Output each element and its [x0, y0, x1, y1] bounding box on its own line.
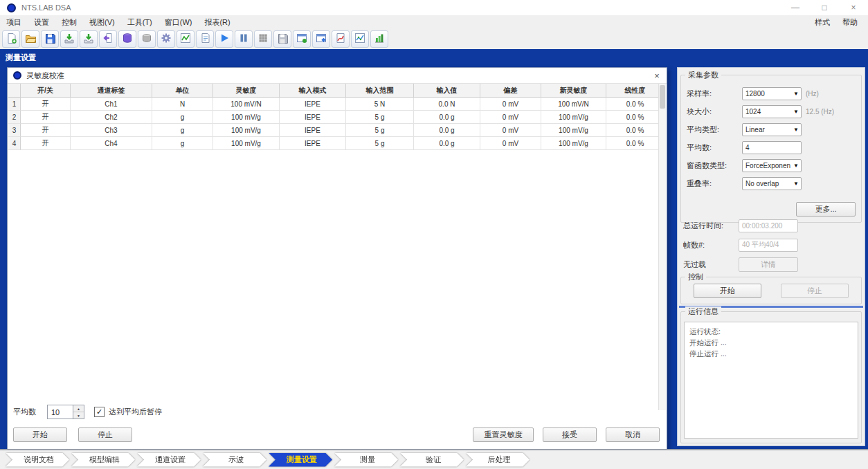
workflow-tab-5[interactable]: 测量: [334, 453, 398, 467]
average-count-stepper[interactable]: 10 ▲ ▼: [47, 405, 84, 419]
column-header[interactable]: 灵敏度: [213, 84, 280, 98]
toolbar-database-gray-button[interactable]: [138, 30, 156, 48]
column-header[interactable]: 通道标签: [71, 84, 152, 98]
table-cell[interactable]: 开: [21, 137, 71, 150]
calibration-stop-button[interactable]: 停止: [78, 427, 132, 442]
workflow-tab-2[interactable]: 通道设置: [137, 453, 201, 467]
table-cell[interactable]: 开: [21, 98, 71, 111]
table-scrollbar-thumb[interactable]: [660, 85, 665, 109]
toolbar-save-gray-button[interactable]: [273, 30, 291, 48]
column-header[interactable]: 输入模式: [280, 84, 346, 98]
menu-item-right-1[interactable]: 帮助: [836, 17, 864, 28]
field-dropdown[interactable]: Linear▼: [742, 123, 802, 136]
table-scrollbar[interactable]: [658, 84, 666, 410]
toolbar-stop-grid-button[interactable]: [254, 30, 272, 48]
table-cell[interactable]: 100 mV/g: [541, 111, 606, 124]
toolbar-pause-button[interactable]: [235, 30, 253, 48]
table-cell[interactable]: Ch1: [71, 98, 152, 111]
dialog-close-icon[interactable]: ×: [647, 71, 667, 81]
column-header[interactable]: 开/关: [21, 84, 71, 98]
table-cell[interactable]: IEPE: [280, 98, 346, 111]
table-cell[interactable]: IEPE: [280, 111, 346, 124]
cancel-button[interactable]: 取消: [606, 427, 660, 442]
toolbar-save-button[interactable]: [41, 30, 59, 48]
toolbar-play-button[interactable]: [215, 30, 233, 48]
table-cell[interactable]: Ch4: [71, 137, 152, 150]
table-cell[interactable]: 0.0 N: [414, 98, 480, 111]
row-number-cell[interactable]: 3: [8, 124, 21, 137]
table-cell[interactable]: 5 g: [346, 111, 414, 124]
table-row[interactable]: 1开Ch1N100 mV/NIEPE5 N0.0 N0 mV100 mV/N0.…: [8, 98, 664, 111]
maximize-button[interactable]: □: [810, 0, 839, 15]
table-cell[interactable]: 0 mV: [480, 98, 541, 111]
workflow-tab-7[interactable]: 后处理: [466, 453, 530, 467]
field-dropdown[interactable]: 1024▼: [742, 105, 802, 118]
table-cell[interactable]: 0.0 g: [414, 124, 480, 137]
minimize-button[interactable]: —: [781, 0, 810, 15]
table-cell[interactable]: 100 mV/g: [213, 124, 280, 137]
overload-details-button[interactable]: 详情: [739, 257, 798, 272]
field-dropdown[interactable]: 12800▼: [742, 87, 802, 100]
stepper-up-icon[interactable]: ▲: [73, 405, 84, 412]
toolbar-report-doc-button[interactable]: [196, 30, 214, 48]
toolbar-database-button[interactable]: [118, 30, 136, 48]
pause-after-average-checkbox[interactable]: ✓: [94, 407, 105, 417]
table-cell[interactable]: 100 mV/g: [541, 137, 606, 150]
row-number-cell[interactable]: 4: [8, 137, 21, 150]
table-cell[interactable]: 100 mV/g: [213, 111, 280, 124]
toolbar-import2-button[interactable]: [80, 30, 98, 48]
table-cell[interactable]: 开: [21, 124, 71, 137]
table-cell[interactable]: 100 mV/g: [541, 124, 606, 137]
workflow-tab-3[interactable]: 示波: [203, 453, 266, 467]
table-cell[interactable]: Ch3: [71, 124, 152, 137]
table-cell[interactable]: 5 g: [346, 137, 414, 150]
table-cell[interactable]: Ch2: [71, 111, 152, 124]
table-cell[interactable]: 5 g: [346, 124, 414, 137]
toolbar-new-window-button[interactable]: [293, 30, 311, 48]
toolbar-chart-line-button[interactable]: [351, 30, 369, 48]
table-cell[interactable]: 0.0 %: [606, 111, 664, 124]
dialog-title-bar[interactable]: 灵敏度校准 ×: [8, 68, 667, 84]
field-dropdown[interactable]: No overlap▼: [742, 177, 802, 190]
column-header[interactable]: 线性度: [606, 84, 664, 98]
menu-item-5[interactable]: 窗口(W): [159, 17, 199, 28]
row-number-cell[interactable]: 2: [8, 111, 21, 124]
menu-item-0[interactable]: 项目: [0, 17, 28, 28]
average-count-value[interactable]: 10: [48, 405, 73, 419]
column-header[interactable]: 输入值: [414, 84, 480, 98]
workflow-tab-0[interactable]: 说明文档: [6, 453, 69, 467]
table-cell[interactable]: 0 mV: [480, 124, 541, 137]
table-row[interactable]: 3开Ch3g100 mV/gIEPE5 g0.0 g0 mV100 mV/g0.…: [8, 124, 664, 137]
close-button[interactable]: ×: [839, 0, 868, 15]
table-cell[interactable]: 0 mV: [480, 137, 541, 150]
menu-item-2[interactable]: 控制: [55, 17, 83, 28]
column-header[interactable]: 偏差: [480, 84, 541, 98]
table-cell[interactable]: 5 N: [346, 98, 414, 111]
menu-item-right-0[interactable]: 样式: [808, 17, 836, 28]
menu-item-6[interactable]: 报表(R): [198, 17, 236, 28]
table-cell[interactable]: 0.0 %: [606, 137, 664, 150]
menu-item-3[interactable]: 视图(V): [83, 17, 121, 28]
toolbar-settings-gear-button[interactable]: [157, 30, 175, 48]
column-header[interactable]: 输入范围: [346, 84, 414, 98]
toolbar-signal-chart-button[interactable]: [177, 30, 195, 48]
workflow-tab-1[interactable]: 模型编辑: [71, 453, 135, 467]
table-cell[interactable]: 100 mV/g: [213, 137, 280, 150]
toolbar-chart-bar-button[interactable]: [370, 30, 388, 48]
toolbar-curve-red-button[interactable]: [332, 30, 350, 48]
table-cell[interactable]: g: [152, 124, 213, 137]
table-cell[interactable]: 开: [21, 111, 71, 124]
table-cell[interactable]: 0.0 g: [414, 137, 480, 150]
more-button[interactable]: 更多...: [796, 202, 856, 217]
toolbar-open-folder-button[interactable]: [21, 30, 39, 48]
table-cell[interactable]: 0 mV: [480, 111, 541, 124]
table-cell[interactable]: 100 mV/N: [541, 98, 606, 111]
toolbar-new-file-button[interactable]: [2, 30, 20, 48]
column-header[interactable]: 新灵敏度: [541, 84, 606, 98]
table-cell[interactable]: IEPE: [280, 124, 346, 137]
panel-start-button[interactable]: 开始: [694, 284, 761, 298]
stepper-down-icon[interactable]: ▼: [73, 412, 84, 419]
table-row[interactable]: 4开Ch4g100 mV/gIEPE5 g0.0 g0 mV100 mV/g0.…: [8, 137, 664, 150]
menu-item-1[interactable]: 设置: [28, 17, 55, 28]
toolbar-import-button[interactable]: [60, 30, 78, 48]
